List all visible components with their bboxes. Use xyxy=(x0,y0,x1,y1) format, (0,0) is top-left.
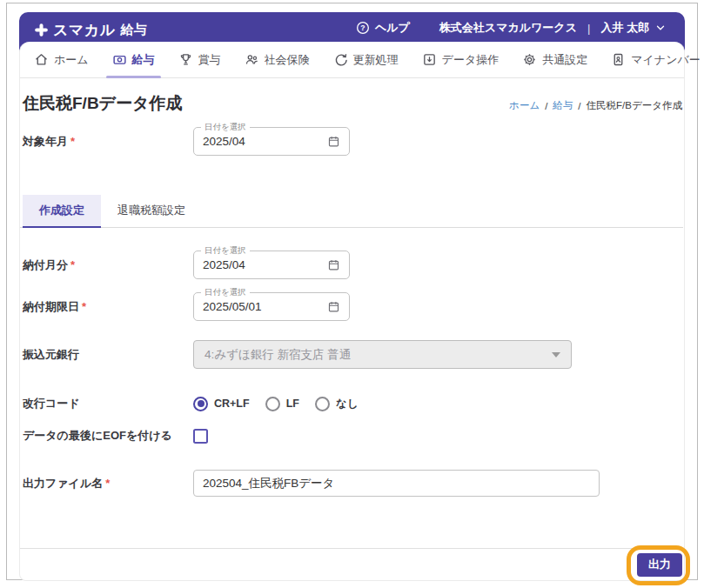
radio-option-crlf[interactable]: CR+LF xyxy=(193,397,250,411)
nav-item-bonus[interactable]: 賞与 xyxy=(178,42,221,77)
field-source-bank: 振込元銀行 4:みずほ銀行 新宿支店 普通 xyxy=(23,340,682,369)
chevron-down-icon xyxy=(655,23,666,33)
field-label: 納付月分* xyxy=(23,257,193,273)
field-newline-code: 改行コード CR+LF LF なし xyxy=(23,396,682,411)
company-name: 株式会社スマカルワークス xyxy=(439,20,577,36)
nav-label: 給与 xyxy=(132,52,155,68)
help-button[interactable]: ? ヘルプ xyxy=(356,20,410,36)
tab-retirement-tax-settings[interactable]: 退職税額設定 xyxy=(101,195,202,227)
required-mark: * xyxy=(82,300,86,313)
nav-label: 社会保険 xyxy=(265,52,310,68)
nav-label: マイナンバー xyxy=(631,52,701,68)
field-label: 対象年月* xyxy=(23,134,193,150)
field-due-date: 納付期限日* 日付を選択 xyxy=(23,292,682,321)
nav-label: 賞与 xyxy=(198,52,221,68)
field-eof: データの最後にEOFを付ける xyxy=(23,428,682,444)
required-mark: * xyxy=(105,477,110,490)
tab-creation-settings[interactable]: 作成設定 xyxy=(23,195,101,228)
refresh-icon xyxy=(333,52,348,67)
download-box-icon xyxy=(422,52,437,67)
target-month-value[interactable] xyxy=(203,135,327,148)
due-date-input[interactable]: 日付を選択 xyxy=(193,292,350,321)
nav-item-home[interactable]: ホーム xyxy=(34,42,89,77)
field-filename: 出力ファイル名* xyxy=(23,470,682,497)
svg-text:?: ? xyxy=(360,23,365,32)
target-month-input[interactable]: 日付を選択 xyxy=(193,127,350,156)
nav-item-mynumber[interactable]: マイナンバー xyxy=(611,42,701,77)
brand-name: スマカル xyxy=(53,20,116,40)
plus-logo-icon xyxy=(35,23,48,37)
field-label: 振込元銀行 xyxy=(23,347,193,363)
field-target-month: 対象年月* 日付を選択 xyxy=(23,127,682,156)
nav-item-data-operations[interactable]: データ操作 xyxy=(422,42,500,77)
id-card-icon xyxy=(611,52,626,67)
main-nav: ホーム 給与 賞与 xyxy=(20,42,684,78)
nav-label: データ操作 xyxy=(442,52,500,68)
select-caret-icon xyxy=(552,352,560,357)
radio-none[interactable] xyxy=(315,397,330,411)
breadcrumb-current: 住民税F/Bデータ作成 xyxy=(587,99,682,112)
field-label: 納付期限日* xyxy=(23,299,193,315)
app-window: スマカル 給与 ? ヘルプ 株式会社スマカルワークス | 入井 太郎 xyxy=(6,3,698,580)
required-mark: * xyxy=(70,135,75,148)
people-icon xyxy=(245,52,259,67)
breadcrumb: ホーム / 給与 / 住民税F/Bデータ作成 xyxy=(509,99,682,112)
eof-checkbox[interactable] xyxy=(193,429,208,444)
payment-month-value[interactable] xyxy=(203,258,327,271)
nav-item-update[interactable]: 更新処理 xyxy=(333,42,399,77)
nav-label: ホーム xyxy=(54,52,89,68)
source-bank-select: 4:みずほ銀行 新宿支店 普通 xyxy=(193,340,572,369)
breadcrumb-separator: / xyxy=(545,101,547,111)
payment-month-input[interactable]: 日付を選択 xyxy=(193,251,350,279)
help-label: ヘルプ xyxy=(375,20,410,36)
radio-option-none[interactable]: なし xyxy=(315,397,359,411)
nav-item-payroll[interactable]: 給与 xyxy=(112,42,155,77)
source-bank-value: 4:みずほ銀行 新宿支店 普通 xyxy=(204,347,351,363)
newline-code-radio-group: CR+LF LF なし xyxy=(193,397,359,411)
breadcrumb-separator: / xyxy=(578,101,580,111)
nav-label: 共通設定 xyxy=(542,52,587,68)
account-area: 株式会社スマカルワークス | 入井 太郎 xyxy=(439,20,666,36)
date-input-label: 日付を選択 xyxy=(201,287,250,297)
due-date-value[interactable] xyxy=(203,300,327,313)
user-menu[interactable]: 入井 太郎 xyxy=(600,20,666,36)
breadcrumb-home[interactable]: ホーム xyxy=(509,99,540,112)
nav-label: 更新処理 xyxy=(353,52,399,68)
field-label: 改行コード xyxy=(23,396,193,411)
radio-option-lf[interactable]: LF xyxy=(265,397,299,411)
main-card: ホーム 給与 賞与 xyxy=(19,42,685,581)
gear-icon xyxy=(522,52,537,67)
field-label: データの最後にEOFを付ける xyxy=(23,428,193,444)
home-icon xyxy=(34,52,49,67)
calendar-icon[interactable] xyxy=(327,135,340,148)
output-button[interactable]: 出力 xyxy=(637,553,682,577)
field-payment-month: 納付月分* 日付を選択 xyxy=(23,251,682,279)
settings-tabs: 作成設定 退職税額設定 xyxy=(20,195,683,228)
trophy-icon xyxy=(178,52,193,67)
nav-item-social-insurance[interactable]: 社会保険 xyxy=(245,42,310,77)
page-footer: 出力 xyxy=(20,548,684,580)
calendar-icon[interactable] xyxy=(327,300,340,313)
date-input-label: 日付を選択 xyxy=(201,245,250,256)
radio-crlf[interactable] xyxy=(193,397,208,411)
page-content: 住民税F/Bデータ作成 ホーム / 給与 / 住民税F/Bデータ作成 対象年月*… xyxy=(20,78,684,548)
account-separator: | xyxy=(587,22,590,35)
field-label: 出力ファイル名* xyxy=(23,476,193,491)
date-input-label: 日付を選択 xyxy=(201,122,250,132)
user-name: 入井 太郎 xyxy=(600,20,649,36)
radio-lf[interactable] xyxy=(265,397,280,411)
breadcrumb-payroll[interactable]: 給与 xyxy=(553,99,573,112)
page-title: 住民税F/Bデータ作成 xyxy=(23,92,183,115)
required-mark: * xyxy=(70,258,75,271)
payroll-icon xyxy=(112,52,127,67)
filename-input[interactable] xyxy=(193,470,600,497)
product-name: 給与 xyxy=(121,22,147,38)
app-logo[interactable]: スマカル 給与 xyxy=(35,20,147,40)
nav-item-common-settings[interactable]: 共通設定 xyxy=(522,42,587,77)
calendar-icon[interactable] xyxy=(327,258,340,271)
help-icon: ? xyxy=(356,21,370,35)
